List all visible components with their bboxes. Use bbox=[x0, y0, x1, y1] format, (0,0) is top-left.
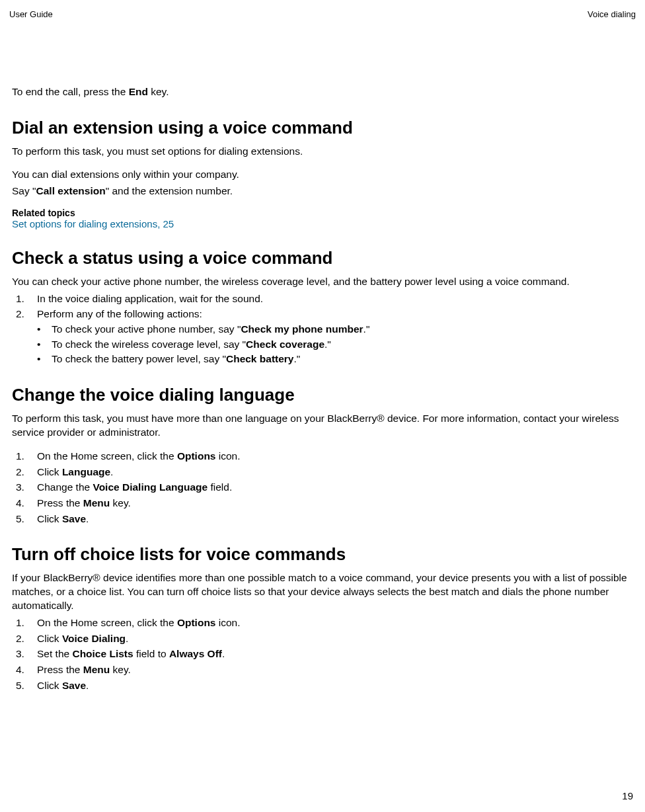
step-row: 1. On the Home screen, click the Options… bbox=[12, 449, 633, 464]
text: Click bbox=[37, 466, 62, 477]
intro-line: To end the call, press the End key. bbox=[12, 85, 633, 99]
ui-label: Options bbox=[177, 450, 216, 462]
bullet-text: To check the wireless coverage level, sa… bbox=[52, 337, 331, 352]
step-text: Click Save. bbox=[37, 678, 633, 693]
step-row: 1. In the voice dialing application, wai… bbox=[12, 292, 633, 306]
step-text: In the voice dialing application, wait f… bbox=[37, 292, 633, 306]
bullet-row: • To check the battery power level, say … bbox=[37, 352, 633, 366]
text: icon. bbox=[215, 617, 240, 628]
step-number: 5. bbox=[12, 678, 37, 693]
paragraph: To perform this task, you must have more… bbox=[12, 412, 633, 440]
text: . bbox=[126, 633, 128, 644]
step-row: 2. Click Language. bbox=[12, 465, 633, 479]
text: To check the battery power level, say " bbox=[52, 353, 226, 364]
step-number: 4. bbox=[12, 663, 37, 677]
ui-label: Voice Dialing Language bbox=[93, 481, 208, 493]
text: Press the bbox=[37, 497, 83, 508]
ui-label: Save bbox=[62, 680, 86, 691]
text: Click bbox=[37, 513, 62, 524]
ui-label: Options bbox=[177, 617, 216, 628]
step-row: 2. Perform any of the following actions: bbox=[12, 307, 633, 321]
text: To check your active phone number, say " bbox=[52, 323, 241, 335]
text: key. bbox=[110, 497, 131, 508]
step-row: 4. Press the Menu key. bbox=[12, 663, 633, 677]
paragraph: You can dial extensions only within your… bbox=[12, 168, 633, 182]
bullet-row: • To check your active phone number, say… bbox=[37, 322, 633, 337]
step-number: 3. bbox=[12, 480, 37, 495]
text: . bbox=[110, 466, 113, 477]
page-number: 19 bbox=[622, 790, 633, 801]
step-row: 2. Click Voice Dialing. bbox=[12, 631, 633, 646]
paragraph: You can check your active phone number, … bbox=[12, 275, 633, 289]
step-number: 3. bbox=[12, 647, 37, 661]
bullet-icon: • bbox=[37, 322, 52, 337]
text: key. bbox=[110, 664, 131, 675]
text: . bbox=[222, 648, 225, 659]
step-row: 4. Press the Menu key. bbox=[12, 496, 633, 510]
ui-label: Always Off bbox=[169, 648, 222, 659]
heading-change-language: Change the voice dialing language bbox=[12, 385, 633, 405]
text: Click bbox=[37, 633, 62, 644]
text: ." bbox=[324, 339, 331, 350]
text: Change the bbox=[37, 481, 93, 493]
step-text: Set the Choice Lists field to Always Off… bbox=[37, 647, 633, 661]
related-topics-link[interactable]: Set options for dialing extensions, 25 bbox=[12, 218, 633, 229]
text: . bbox=[86, 680, 89, 691]
step-number: 1. bbox=[12, 449, 37, 464]
voice-command: Check battery bbox=[226, 353, 294, 364]
step-text: Click Language. bbox=[37, 465, 633, 479]
text: To end the call, press the bbox=[12, 86, 129, 97]
text: To check the wireless coverage level, sa… bbox=[52, 339, 246, 350]
step-text: Click Voice Dialing. bbox=[37, 631, 633, 646]
related-topics-label: Related topics bbox=[12, 208, 633, 218]
bullet-text: To check your active phone number, say "… bbox=[52, 322, 369, 337]
ui-label: Voice Dialing bbox=[62, 633, 126, 644]
bullet-text: To check the battery power level, say "C… bbox=[52, 352, 300, 366]
text: " and the extension number. bbox=[106, 185, 233, 196]
heading-dial-extension: Dial an extension using a voice command bbox=[12, 118, 633, 138]
heading-choice-lists: Turn off choice lists for voice commands bbox=[12, 544, 633, 565]
key-name: End bbox=[129, 86, 148, 97]
text: On the Home screen, click the bbox=[37, 617, 177, 628]
text: field. bbox=[208, 481, 232, 493]
text: Click bbox=[37, 680, 62, 691]
paragraph: Say "Call extension" and the extension n… bbox=[12, 184, 633, 198]
text: key. bbox=[148, 86, 169, 97]
step-text: Perform any of the following actions: bbox=[37, 307, 633, 321]
page-header: User Guide Voice dialing bbox=[9, 9, 636, 19]
text: field to bbox=[133, 648, 169, 659]
step-number: 2. bbox=[12, 631, 37, 646]
heading-check-status: Check a status using a voice command bbox=[12, 248, 633, 268]
step-number: 1. bbox=[12, 292, 37, 306]
ui-label: Language bbox=[62, 466, 110, 477]
bullet-row: • To check the wireless coverage level, … bbox=[37, 337, 633, 352]
bullet-icon: • bbox=[37, 352, 52, 366]
page-content: To end the call, press the End key. Dial… bbox=[9, 85, 636, 693]
voice-command: Check coverage bbox=[246, 339, 324, 350]
step-text: Change the Voice Dialing Language field. bbox=[37, 480, 633, 495]
text: Say " bbox=[12, 185, 36, 196]
step-row: 3. Set the Choice Lists field to Always … bbox=[12, 647, 633, 661]
step-text: On the Home screen, click the Options ic… bbox=[37, 616, 633, 630]
step-number: 2. bbox=[12, 465, 37, 479]
step-number: 1. bbox=[12, 616, 37, 630]
step-number: 4. bbox=[12, 496, 37, 510]
bullet-icon: • bbox=[37, 337, 52, 352]
text: . bbox=[86, 513, 89, 524]
text: Set the bbox=[37, 648, 72, 659]
text: Press the bbox=[37, 664, 83, 675]
header-right: Voice dialing bbox=[588, 9, 636, 19]
text: icon. bbox=[215, 450, 240, 462]
voice-command: Call extension bbox=[36, 185, 106, 196]
step-number: 5. bbox=[12, 512, 37, 526]
text: On the Home screen, click the bbox=[37, 450, 177, 462]
step-row: 1. On the Home screen, click the Options… bbox=[12, 616, 633, 630]
text: ." bbox=[363, 323, 370, 335]
step-text: Press the Menu key. bbox=[37, 663, 633, 677]
header-left: User Guide bbox=[9, 9, 53, 19]
step-text: Click Save. bbox=[37, 512, 633, 526]
ui-label: Menu bbox=[83, 497, 110, 508]
ui-label: Menu bbox=[83, 664, 110, 675]
paragraph: To perform this task, you must set optio… bbox=[12, 145, 633, 159]
ui-label: Save bbox=[62, 513, 86, 524]
